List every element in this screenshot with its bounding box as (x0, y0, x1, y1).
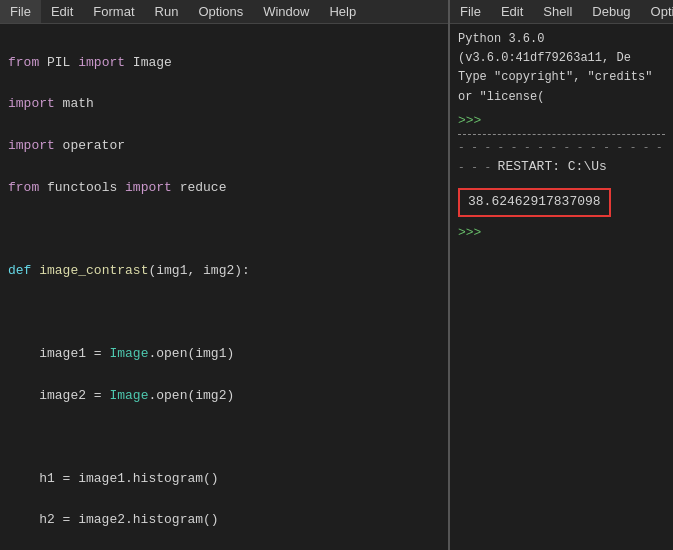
shell-result-value: 38.62462917837098 (458, 188, 611, 217)
shell-pane: File Edit Shell Debug Options Python 3.6… (450, 0, 673, 550)
shell-info-line2: Type "copyright", "credits" or "license( (458, 68, 665, 106)
editor-menu-edit[interactable]: Edit (41, 0, 83, 23)
code-line (8, 427, 448, 448)
shell-restart-text: RESTART: C:\Us (498, 159, 607, 174)
shell-menu-debug[interactable]: Debug (582, 0, 640, 23)
code-line: image2 = Image.open(img2) (8, 386, 448, 407)
shell-menu-options[interactable]: Options (641, 0, 673, 23)
shell-menubar: File Edit Shell Debug Options (450, 0, 673, 24)
shell-menu-file[interactable]: File (450, 0, 491, 23)
shell-restart-line: - - - - - - - - - - - - - - - - - - - RE… (458, 134, 665, 179)
code-line: import math (8, 94, 448, 115)
code-line: image1 = Image.open(img1) (8, 344, 448, 365)
editor-menu-help[interactable]: Help (319, 0, 366, 23)
code-line: def image_contrast(img1, img2): (8, 261, 448, 282)
code-line (8, 219, 448, 240)
editor-menu-options[interactable]: Options (188, 0, 253, 23)
shell-prompt2: >>> (458, 225, 481, 240)
editor-pane: File Edit Format Run Options Window Help… (0, 0, 450, 550)
editor-menu-file[interactable]: File (0, 0, 41, 23)
editor-menu-window[interactable]: Window (253, 0, 319, 23)
code-line: h2 = image2.histogram() (8, 510, 448, 531)
shell-prompt1: >>> (458, 113, 481, 128)
code-line: import operator (8, 136, 448, 157)
editor-menu-format[interactable]: Format (83, 0, 144, 23)
shell-content[interactable]: Python 3.6.0 (v3.6.0:41df79263a11, De Ty… (450, 24, 673, 550)
shell-menu-shell[interactable]: Shell (533, 0, 582, 23)
code-line: from functools import reduce (8, 178, 448, 199)
editor-menu-run[interactable]: Run (145, 0, 189, 23)
code-line: h1 = image1.histogram() (8, 469, 448, 490)
editor-menubar: File Edit Format Run Options Window Help (0, 0, 448, 24)
shell-info-line1: Python 3.6.0 (v3.6.0:41df79263a11, De (458, 30, 665, 68)
shell-menu-edit[interactable]: Edit (491, 0, 533, 23)
editor-code[interactable]: from PIL import Image import math import… (0, 24, 448, 550)
code-line: from PIL import Image (8, 53, 448, 74)
code-line (8, 302, 448, 323)
